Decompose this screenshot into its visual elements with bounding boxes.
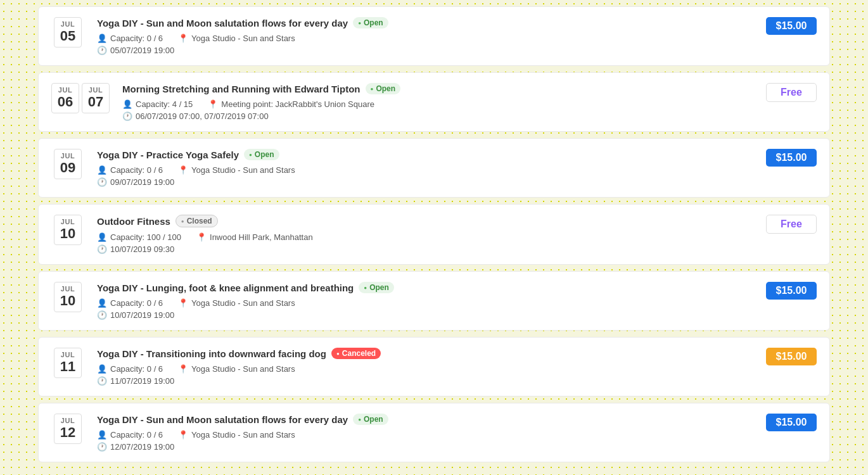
price-badge[interactable]: Free [766,83,817,102]
meta-row-location: 👤 Capacity: 0 / 6 📍 Yoga Studio - Sun an… [97,165,753,175]
event-card[interactable]: JUL 10 Yoga DIY - Lunging, foot & knee a… [38,271,830,331]
event-info: Yoga DIY - Practice Yoga Safely Open 👤 C… [97,149,753,187]
location-item: 📍 Yoga Studio - Sun and Stars [178,34,295,43]
date-badge: JUL 06 JUL 07 [51,83,110,113]
event-meta: 👤 Capacity: 100 / 100 📍 Inwood Hill Park… [97,232,753,254]
event-meta: 👤 Capacity: 4 / 15 📍 Meeting point: Jack… [122,99,753,121]
event-title: Yoga DIY - Lunging, foot & knee alignmen… [97,282,354,293]
price-badge[interactable]: Free [766,215,817,234]
event-title-row: Yoga DIY - Lunging, foot & knee alignmen… [97,282,753,293]
capacity-text: Capacity: 0 / 6 [110,364,163,374]
datetime-item: 🕐 10/07/2019 19:00 [97,310,174,320]
event-card[interactable]: JUL 09 Yoga DIY - Practice Yoga Safely O… [38,138,830,198]
meta-row-location: 👤 Capacity: 0 / 6 📍 Yoga Studio - Sun an… [97,34,753,43]
event-title-row: Outdoor Fitness Closed [97,215,753,227]
event-day: 10 [60,293,75,309]
datetime-text: 10/07/2019 19:00 [110,310,174,320]
location-item: 📍 Yoga Studio - Sun and Stars [178,298,295,308]
datetime-item: 🕐 06/07/2019 07:00, 07/07/2019 07:00 [122,111,269,121]
meta-row-location: 👤 Capacity: 0 / 6 📍 Yoga Studio - Sun an… [97,430,753,440]
event-title-row: Yoga DIY - Sun and Moon salutation flows… [97,414,753,425]
price-badge[interactable]: $15.00 [766,149,817,167]
capacity-text: Capacity: 100 / 100 [110,232,181,242]
event-title-row: Yoga DIY - Sun and Moon salutation flows… [97,17,753,28]
event-info: Yoga DIY - Transitioning into downward f… [97,348,753,386]
event-card[interactable]: JUL 10 Outdoor Fitness Closed 👤 Capacity… [38,204,830,265]
event-day: 09 [60,160,75,176]
person-icon: 👤 [97,364,107,374]
location-text: Yoga Studio - Sun and Stars [191,430,295,440]
clock-icon: 🕐 [97,244,107,254]
location-text: Inwood Hill Park, Manhattan [210,232,313,242]
datetime-item: 🕐 09/07/2019 19:00 [97,177,174,187]
status-badge: Open [244,149,279,160]
date-badge: JUL 12 [51,414,84,444]
datetime-item: 🕐 12/07/2019 19:00 [97,442,174,452]
event-day: 12 [60,424,75,441]
capacity-item: 👤 Capacity: 0 / 6 [97,298,163,308]
clock-icon: 🕐 [122,111,132,121]
capacity-item: 👤 Capacity: 0 / 6 [97,430,163,440]
event-list: JUL 05 Yoga DIY - Sun and Moon salutatio… [38,6,830,469]
datetime-item: 🕐 05/07/2019 19:00 [97,46,174,55]
location-text: Meeting point: JackRabbit's Union Square [221,99,374,109]
person-icon: 👤 [97,165,107,175]
location-text: Yoga Studio - Sun and Stars [191,165,295,175]
event-card[interactable]: JUL 11 Yoga DIY - Transitioning into dow… [38,337,830,396]
event-title: Outdoor Fitness [97,216,170,227]
meta-row-location: 👤 Capacity: 4 / 15 📍 Meeting point: Jack… [122,99,753,109]
status-badge: Open [353,17,388,28]
location-icon: 📍 [178,298,188,308]
event-month: JUL [61,417,75,424]
capacity-text: Capacity: 0 / 6 [110,34,163,43]
event-month: JUL [61,285,75,293]
clock-icon: 🕐 [97,310,107,320]
status-badge: Closed [176,215,218,227]
event-meta: 👤 Capacity: 0 / 6 📍 Yoga Studio - Sun an… [97,34,753,55]
event-month: JUL [61,351,75,358]
event-meta: 👤 Capacity: 0 / 6 📍 Yoga Studio - Sun an… [97,165,753,187]
location-item: 📍 Yoga Studio - Sun and Stars [178,430,295,440]
meta-row-location: 👤 Capacity: 100 / 100 📍 Inwood Hill Park… [97,232,753,242]
location-icon: 📍 [178,34,188,43]
event-info: Yoga DIY - Sun and Moon salutation flows… [97,414,753,452]
datetime-text: 12/07/2019 19:00 [110,442,174,452]
event-month: JUL [58,86,72,94]
event-title: Yoga DIY - Transitioning into downward f… [97,348,326,359]
price-badge[interactable]: $15.00 [766,282,817,300]
event-day2: 07 [88,94,103,110]
location-item: 📍 Inwood Hill Park, Manhattan [196,232,313,242]
meta-row-location: 👤 Capacity: 0 / 6 📍 Yoga Studio - Sun an… [97,298,753,308]
meta-row-time: 🕐 12/07/2019 19:00 [97,442,753,452]
capacity-item: 👤 Capacity: 0 / 6 [97,364,163,374]
event-day: 05 [60,28,75,44]
price-badge[interactable]: $15.00 [766,17,817,35]
event-card[interactable]: JUL 05 Yoga DIY - Sun and Moon salutatio… [38,6,830,66]
event-info: Outdoor Fitness Closed 👤 Capacity: 100 /… [97,215,753,254]
capacity-text: Capacity: 0 / 6 [110,430,163,440]
event-info: Yoga DIY - Lunging, foot & knee alignmen… [97,282,753,320]
meta-row-time: 🕐 11/07/2019 19:00 [97,376,753,386]
price-badge[interactable]: $15.00 [766,414,817,431]
datetime-text: 11/07/2019 19:00 [110,376,174,386]
location-icon: 📍 [196,232,207,242]
clock-icon: 🕐 [97,442,107,452]
meta-row-location: 👤 Capacity: 0 / 6 📍 Yoga Studio - Sun an… [97,364,753,374]
event-title-row: Yoga DIY - Practice Yoga Safely Open [97,149,753,160]
event-day: 10 [60,225,75,242]
meta-row-time: 🕐 10/07/2019 09:30 [97,244,753,254]
capacity-item: 👤 Capacity: 0 / 6 [97,165,163,175]
date-badge: JUL 10 [51,282,84,312]
date-badge: JUL 05 [51,17,84,48]
event-card[interactable]: JUL 12 Yoga DIY - Sun and Moon salutatio… [38,403,830,462]
capacity-item: 👤 Capacity: 100 / 100 [97,232,181,242]
clock-icon: 🕐 [97,177,107,187]
person-icon: 👤 [97,430,107,440]
price-badge[interactable]: $15.00 [766,348,817,365]
datetime-item: 🕐 10/07/2019 09:30 [97,244,174,254]
event-title-row: Morning Stretching and Running with Edwa… [122,83,753,94]
event-card[interactable]: JUL 06 JUL 07 Morning Stretching and Run… [38,72,830,132]
event-title: Morning Stretching and Running with Edwa… [122,84,361,94]
event-month: JUL [61,152,75,160]
capacity-text: Capacity: 0 / 6 [110,298,163,308]
